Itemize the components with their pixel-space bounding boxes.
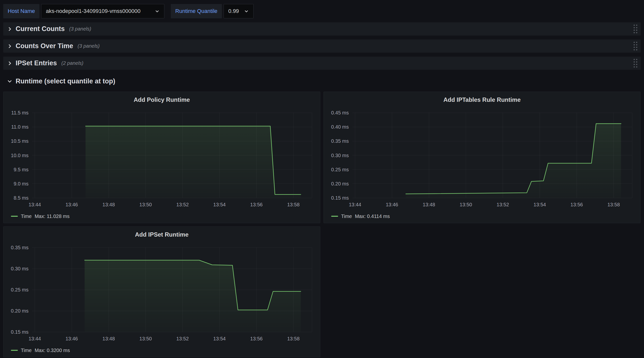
panel-add-ipset-runtime: Add IPSet Runtime 0.35 ms0.30 ms0.25 ms0… (3, 226, 320, 357)
svg-text:13:52: 13:52 (176, 336, 189, 341)
svg-text:13:54: 13:54 (213, 202, 226, 207)
legend-series-name[interactable]: Time (21, 214, 32, 219)
svg-text:13:46: 13:46 (386, 202, 398, 207)
svg-text:0.20 ms: 0.20 ms (11, 308, 28, 313)
legend: Time Max: 0.3200 ms (4, 345, 320, 357)
svg-text:9.0 ms: 9.0 ms (14, 181, 28, 187)
svg-text:0.40 ms: 0.40 ms (331, 124, 349, 130)
svg-text:13:52: 13:52 (176, 202, 189, 207)
row-title: Counts Over Time (16, 42, 73, 50)
svg-text:13:56: 13:56 (250, 202, 262, 207)
svg-text:0.35 ms: 0.35 ms (11, 245, 28, 250)
legend-max-stat: Max: 11.028 ms (35, 214, 70, 219)
chevron-down-icon (155, 9, 160, 14)
panel-title[interactable]: Add IPTables Rule Runtime (324, 92, 640, 108)
svg-text:0.15 ms: 0.15 ms (11, 329, 28, 335)
row-title: Runtime (select quantile at top) (16, 77, 115, 85)
svg-text:0.45 ms: 0.45 ms (331, 110, 349, 115)
svg-text:13:54: 13:54 (213, 336, 226, 341)
legend-max-stat: Max: 0.4114 ms (355, 214, 390, 219)
runtime-quantile-select[interactable]: 0.99 (224, 4, 254, 18)
row-panel-count: (2 panels) (62, 60, 84, 66)
svg-text:10.5 ms: 10.5 ms (11, 138, 28, 144)
legend: Time Max: 0.4114 ms (324, 212, 640, 223)
time-series-chart[interactable]: 11.5 ms11.0 ms10.5 ms10.0 ms9.5 ms9.0 ms… (4, 108, 320, 212)
svg-text:13:58: 13:58 (607, 202, 620, 207)
svg-text:13:58: 13:58 (287, 336, 300, 341)
svg-text:9.5 ms: 9.5 ms (14, 167, 28, 172)
chevron-down-icon (244, 9, 249, 14)
svg-text:13:46: 13:46 (66, 336, 78, 341)
panel-grid: Add Policy Runtime 11.5 ms11.0 ms10.5 ms… (0, 92, 644, 357)
row-current-counts[interactable]: Current Counts (3 panels) (3, 22, 641, 36)
row-drag-handle-icon[interactable] (634, 42, 637, 50)
svg-text:0.25 ms: 0.25 ms (11, 287, 28, 292)
svg-text:13:48: 13:48 (102, 202, 115, 207)
time-series-chart[interactable]: 0.45 ms0.40 ms0.35 ms0.30 ms0.25 ms0.20 … (324, 108, 640, 212)
row-title: Current Counts (16, 25, 65, 33)
legend-series-name[interactable]: Time (21, 347, 32, 353)
svg-text:13:44: 13:44 (28, 202, 41, 207)
svg-text:13:44: 13:44 (349, 202, 361, 207)
svg-text:0.30 ms: 0.30 ms (11, 266, 28, 271)
svg-text:13:56: 13:56 (250, 336, 262, 341)
legend-max-stat: Max: 0.3200 ms (35, 347, 70, 353)
svg-text:13:54: 13:54 (534, 202, 546, 207)
row-ipset-entries[interactable]: IPSet Entries (2 panels) (3, 57, 641, 70)
svg-text:0.25 ms: 0.25 ms (331, 167, 349, 172)
row-runtime[interactable]: Runtime (select quantile at top) (3, 74, 641, 89)
runtime-quantile-label: Runtime Quantile (171, 4, 222, 18)
dashboard-rows: Current Counts (3 panels) Counts Over Ti… (0, 22, 644, 89)
svg-text:13:52: 13:52 (496, 202, 509, 207)
host-name-select[interactable]: aks-nodepool1-34099109-vmss000000 (41, 4, 164, 18)
chevron-down-icon (7, 78, 13, 84)
svg-text:13:56: 13:56 (570, 202, 583, 207)
legend-series-name[interactable]: Time (341, 214, 352, 219)
svg-text:13:46: 13:46 (66, 202, 78, 207)
row-panel-count: (3 panels) (69, 26, 91, 32)
host-name-value: aks-nodepool1-34099109-vmss000000 (46, 8, 140, 15)
legend-series-marker (11, 216, 18, 217)
chevron-right-icon (7, 26, 13, 32)
panel-add-policy-runtime: Add Policy Runtime 11.5 ms11.0 ms10.5 ms… (3, 92, 320, 223)
dashboard-variables-bar: Host Name aks-nodepool1-34099109-vmss000… (0, 0, 644, 22)
variable-runtime-quantile: Runtime Quantile 0.99 (171, 4, 254, 18)
svg-text:13:48: 13:48 (102, 336, 115, 341)
row-counts-over-time[interactable]: Counts Over Time (3 panels) (3, 40, 641, 53)
runtime-quantile-value: 0.99 (228, 8, 239, 15)
svg-text:0.15 ms: 0.15 ms (331, 195, 349, 201)
row-drag-handle-icon[interactable] (634, 25, 637, 33)
host-name-label: Host Name (3, 4, 40, 18)
variable-host-name: Host Name aks-nodepool1-34099109-vmss000… (3, 4, 164, 18)
row-title: IPSet Entries (16, 59, 57, 67)
svg-text:13:50: 13:50 (139, 202, 152, 207)
chevron-right-icon (7, 43, 13, 49)
chevron-right-icon (7, 60, 13, 66)
legend-series-marker (331, 216, 338, 217)
svg-text:11.0 ms: 11.0 ms (11, 124, 28, 130)
svg-text:8.5 ms: 8.5 ms (14, 195, 28, 201)
svg-text:10.0 ms: 10.0 ms (11, 153, 28, 158)
panel-add-iptables-rule-runtime: Add IPTables Rule Runtime 0.45 ms0.40 ms… (324, 92, 640, 223)
row-panel-count: (3 panels) (78, 43, 100, 49)
panel-title[interactable]: Add Policy Runtime (4, 92, 320, 108)
legend-series-marker (11, 350, 18, 351)
panel-title[interactable]: Add IPSet Runtime (4, 227, 320, 243)
svg-text:0.20 ms: 0.20 ms (331, 181, 349, 187)
svg-text:0.35 ms: 0.35 ms (331, 138, 349, 144)
svg-text:13:48: 13:48 (423, 202, 435, 207)
row-drag-handle-icon[interactable] (634, 59, 637, 68)
svg-text:13:44: 13:44 (28, 336, 41, 341)
legend: Time Max: 11.028 ms (4, 212, 320, 223)
time-series-chart[interactable]: 0.35 ms0.30 ms0.25 ms0.20 ms0.15 ms13:44… (4, 243, 320, 345)
svg-text:0.30 ms: 0.30 ms (331, 153, 349, 158)
svg-text:11.5 ms: 11.5 ms (11, 110, 28, 115)
svg-text:13:58: 13:58 (287, 202, 300, 207)
svg-text:13:50: 13:50 (139, 336, 152, 341)
svg-text:13:50: 13:50 (460, 202, 472, 207)
